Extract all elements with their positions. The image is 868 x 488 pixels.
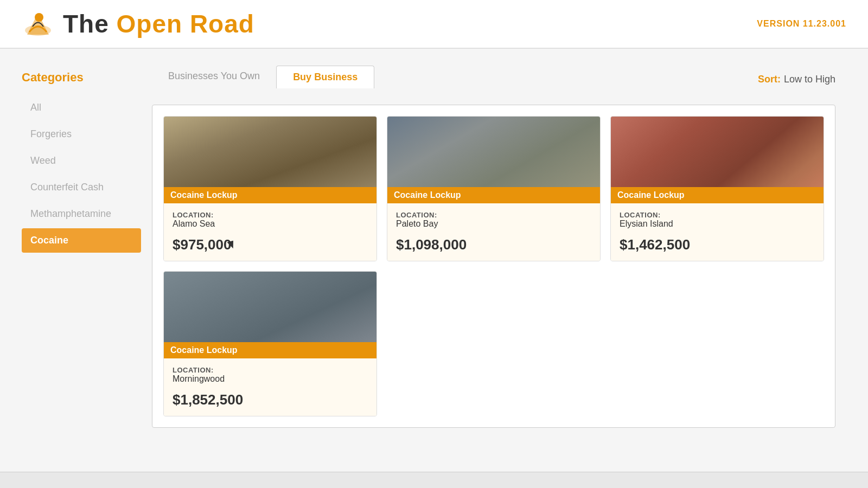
logo-icon <box>22 8 54 40</box>
tab-businesses-you-own[interactable]: Businesses You Own <box>152 65 276 88</box>
sort-label: Sort: <box>758 74 781 85</box>
card-location-label-4: LOCATION: <box>173 366 368 374</box>
card-location-label-2: LOCATION: <box>396 211 591 219</box>
card-location-label-1: LOCATION: <box>173 211 368 219</box>
tab-buy-business[interactable]: Buy Business <box>276 66 374 88</box>
listing-card-3[interactable]: Cocaine Lockup LOCATION: Elysian Island … <box>610 116 824 261</box>
card-image-1: Cocaine Lockup <box>164 117 376 203</box>
card-price-2: $1,098,000 <box>396 236 591 253</box>
app-title: The Open Road <box>63 9 254 38</box>
card-image-4: Cocaine Lockup <box>164 272 376 358</box>
bottom-bar <box>0 472 868 488</box>
sidebar-item-methamphetamine[interactable]: Methamphetamine <box>22 202 141 226</box>
categories-heading: Categories <box>22 70 141 85</box>
card-body-1: LOCATION: Alamo Sea $975,000 <box>164 203 376 261</box>
top-bar: Businesses You Own Buy Business Sort: Lo… <box>152 65 835 99</box>
content-area: Businesses You Own Buy Business Sort: Lo… <box>141 65 846 428</box>
header-left: The Open Road <box>22 8 254 40</box>
card-price-4: $1,852,500 <box>173 391 368 408</box>
card-body-4: LOCATION: Morningwood $1,852,500 <box>164 358 376 416</box>
card-location-label-3: LOCATION: <box>620 211 815 219</box>
sidebar-item-weed[interactable]: Weed <box>22 149 141 173</box>
listings-grid: Cocaine Lockup LOCATION: Alamo Sea $975,… <box>163 116 824 416</box>
card-location-value-1: Alamo Sea <box>173 219 368 229</box>
tabs-container: Businesses You Own Buy Business <box>152 65 374 88</box>
sidebar-item-counterfeit-cash[interactable]: Counterfeit Cash <box>22 175 141 200</box>
sidebar: Categories All Forgeries Weed Counterfei… <box>22 65 141 428</box>
card-label-2: Cocaine Lockup <box>387 187 600 203</box>
card-label-1: Cocaine Lockup <box>164 187 376 203</box>
sort-area: Sort: Low to High <box>758 74 835 85</box>
card-location-value-2: Paleto Bay <box>396 219 591 229</box>
sidebar-item-all[interactable]: All <box>22 95 141 120</box>
sidebar-item-forgeries[interactable]: Forgeries <box>22 122 141 146</box>
header: The Open Road VERSION 11.23.001 <box>0 0 868 49</box>
listings-container: Cocaine Lockup LOCATION: Alamo Sea $975,… <box>152 105 835 428</box>
version-label: VERSION 11.23.001 <box>757 19 846 29</box>
listing-card-2[interactable]: Cocaine Lockup LOCATION: Paleto Bay $1,0… <box>387 116 601 261</box>
card-location-value-4: Morningwood <box>173 374 368 384</box>
card-image-2: Cocaine Lockup <box>387 117 600 203</box>
card-location-value-3: Elysian Island <box>620 219 815 229</box>
card-body-2: LOCATION: Paleto Bay $1,098,000 <box>387 203 600 261</box>
card-image-3: Cocaine Lockup <box>611 117 824 203</box>
sidebar-item-cocaine[interactable]: Cocaine <box>22 228 141 253</box>
card-price-1: $975,000 <box>173 236 368 253</box>
card-label-4: Cocaine Lockup <box>164 342 376 358</box>
listing-card-1[interactable]: Cocaine Lockup LOCATION: Alamo Sea $975,… <box>163 116 377 261</box>
main-layout: Categories All Forgeries Weed Counterfei… <box>0 49 868 444</box>
card-label-3: Cocaine Lockup <box>611 187 824 203</box>
svg-point-2 <box>35 13 43 22</box>
card-price-3: $1,462,500 <box>620 236 815 253</box>
listing-card-4[interactable]: Cocaine Lockup LOCATION: Morningwood $1,… <box>163 271 377 416</box>
card-body-3: LOCATION: Elysian Island $1,462,500 <box>611 203 824 261</box>
sort-value[interactable]: Low to High <box>784 74 835 85</box>
